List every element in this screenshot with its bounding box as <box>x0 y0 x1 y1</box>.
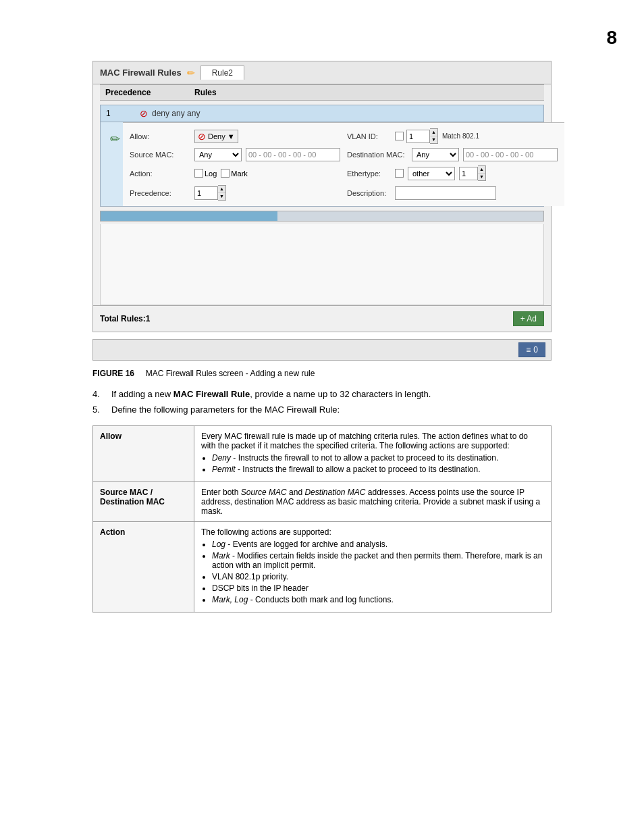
vlan-up-btn[interactable]: ▲ <box>430 129 437 136</box>
param-allow-label: Allow <box>93 426 194 482</box>
status-count: 0 <box>533 345 538 355</box>
action-row: Action: Log Mark <box>130 165 340 181</box>
instruction-5: 5. Define the following parameters for t… <box>92 405 552 415</box>
precedence-spinner[interactable]: ▲ ▼ <box>194 185 226 201</box>
param-allow-bullet-permit: Permit - Instructs the firewall to allow… <box>212 465 544 474</box>
param-allow-bullet-deny: Deny - Instructs the firewall to not to … <box>212 453 544 463</box>
total-rules: Total Rules:1 <box>100 314 150 323</box>
log-label: Log <box>205 170 217 178</box>
ethertype-spinner-btns[interactable]: ▲ ▼ <box>478 165 486 181</box>
edit-pencil-container: ✏ <box>107 122 123 206</box>
ethertype-spinner[interactable]: ▲ ▼ <box>459 165 486 181</box>
description-row: Description: <box>347 185 558 201</box>
empty-content-area <box>100 224 544 305</box>
param-action-desc: The following actions are supported: Log… <box>194 522 552 613</box>
dest-mac-input[interactable] <box>463 148 558 161</box>
scrollbar-area[interactable] <box>100 211 544 221</box>
action-label: Action: <box>130 170 190 178</box>
description-label: Description: <box>347 189 391 197</box>
add-rule-button[interactable]: + Ad <box>513 311 544 326</box>
bottom-bar: ≡ 0 <box>92 339 552 361</box>
rule-number: 1 <box>106 109 140 118</box>
instruction-4: 4. If adding a new MAC Firewall Rule, pr… <box>92 389 552 399</box>
deny-button[interactable]: ⊘ Deny ▼ <box>194 130 238 143</box>
log-checkbox-label[interactable]: Log <box>194 169 217 178</box>
instructions: 4. If adding a new MAC Firewall Rule, pr… <box>92 389 552 415</box>
param-action-bullets: Log - Events are logged for archive and … <box>201 540 544 604</box>
mac-firewall-rules-panel: MAC Firewall Rules ✏ Rule2 Precedence Ru… <box>92 61 552 332</box>
description-input[interactable] <box>395 186 496 200</box>
param-row-mac: Source MAC / Destination MAC Enter both … <box>93 482 552 522</box>
status-icon: ≡ <box>526 345 531 355</box>
source-mac-select[interactable]: Any <box>194 148 242 161</box>
panel-footer: Total Rules:1 + Ad <box>93 305 551 332</box>
precedence-input[interactable] <box>194 186 218 200</box>
mark-checkbox-label[interactable]: Mark <box>221 169 247 178</box>
allow-label: Allow: <box>130 132 190 140</box>
source-mac-input[interactable] <box>246 148 340 161</box>
params-table: Allow Every MAC firewall rule is made up… <box>92 425 552 613</box>
rule-summary: ⊘ deny any any <box>140 108 200 119</box>
rule-form: Allow: ⊘ Deny ▼ VLAN ID: <box>123 122 564 206</box>
rule-row-header: 1 ⊘ deny any any <box>101 105 543 122</box>
rule-edit-area: ✏ Allow: ⊘ Deny ▼ <box>107 122 537 206</box>
prec-down-btn[interactable]: ▼ <box>218 193 225 200</box>
ethertype-select[interactable]: other <box>408 167 455 180</box>
edit-icon: ✏ <box>187 68 195 78</box>
source-mac-row: Source MAC: Any <box>130 148 340 161</box>
col-rules-header: Rules <box>194 88 544 97</box>
vlan-row: VLAN ID: ▲ ▼ <box>347 128 558 144</box>
pencil-icon[interactable]: ✏ <box>107 129 123 149</box>
dest-mac-label: Destination MAC: <box>347 151 408 159</box>
param-row-allow: Allow Every MAC firewall rule is made up… <box>93 426 552 482</box>
log-checkbox[interactable] <box>194 169 203 178</box>
match802-label: Match 802.1 <box>442 132 479 140</box>
allow-row: Allow: ⊘ Deny ▼ <box>130 128 340 144</box>
panel-header: MAC Firewall Rules ✏ Rule2 <box>93 61 551 84</box>
ethertype-num-input[interactable] <box>459 167 478 180</box>
param-action-label: Action <box>93 522 194 613</box>
ethertype-checkbox[interactable] <box>395 169 404 178</box>
ethertype-row: Ethertype: other ▲ ▼ <box>347 165 558 181</box>
rule-form-container: Allow: ⊘ Deny ▼ VLAN ID: <box>123 122 564 206</box>
mark-label: Mark <box>231 170 247 178</box>
vlan-value-input[interactable] <box>406 130 430 143</box>
param-row-action: Action The following actions are support… <box>93 522 552 613</box>
precedence-spinner-btns[interactable]: ▲ ▼ <box>218 185 226 201</box>
param-allow-desc-text: Every MAC firewall rule is made up of ma… <box>201 432 528 450</box>
param-action-desc-text: The following actions are supported: <box>201 527 331 537</box>
figure-label: FIGURE 16 <box>92 369 134 378</box>
instruction-5-num: 5. <box>92 405 106 415</box>
prec-up-btn[interactable]: ▲ <box>218 186 225 193</box>
deny-btn-text: Deny <box>208 132 225 140</box>
mac-rule-bold: MAC Firewall Rule <box>173 389 250 399</box>
ethertype-label: Ethertype: <box>347 170 391 178</box>
param-mac-label: Source MAC / Destination MAC <box>93 482 194 522</box>
status-button[interactable]: ≡ 0 <box>518 342 545 357</box>
deny-icon: ⊘ <box>140 108 148 119</box>
param-mac-desc-text: Enter both Source MAC and Destination MA… <box>201 488 540 516</box>
ethertype-up-btn[interactable]: ▲ <box>478 166 485 174</box>
vlan-input-area: ▲ ▼ <box>395 128 438 144</box>
param-mac-desc: Enter both Source MAC and Destination MA… <box>194 482 552 522</box>
vlan-spinner[interactable]: ▲ ▼ <box>406 128 438 144</box>
params-table-body: Allow Every MAC firewall rule is made up… <box>93 426 552 613</box>
panel-title: MAC Firewall Rules <box>100 68 182 78</box>
vlan-down-btn[interactable]: ▼ <box>430 136 437 143</box>
mark-checkbox[interactable] <box>221 169 230 178</box>
page-number: 8 <box>606 27 617 49</box>
precedence-label: Precedence: <box>130 189 190 197</box>
instructions-list: 4. If adding a new MAC Firewall Rule, pr… <box>92 389 552 415</box>
instruction-4-num: 4. <box>92 389 106 399</box>
scrollbar-thumb <box>101 211 277 221</box>
source-mac-label: Source MAC: <box>130 151 190 159</box>
param-action-bullet-log: Log - Events are logged for archive and … <box>212 540 544 549</box>
param-allow-desc: Every MAC firewall rule is made up of ma… <box>194 426 552 482</box>
param-action-bullet-mark: Mark - Modifies certain fields inside th… <box>212 551 544 570</box>
ethertype-down-btn[interactable]: ▼ <box>478 174 485 180</box>
vlan-checkbox[interactable] <box>395 132 404 140</box>
dest-mac-select[interactable]: Any <box>412 148 459 161</box>
vlan-spinner-btns[interactable]: ▲ ▼ <box>430 128 438 144</box>
panel-tab[interactable]: Rule2 <box>200 66 244 80</box>
instruction-4-text: If adding a new MAC Firewall Rule, provi… <box>111 389 431 399</box>
